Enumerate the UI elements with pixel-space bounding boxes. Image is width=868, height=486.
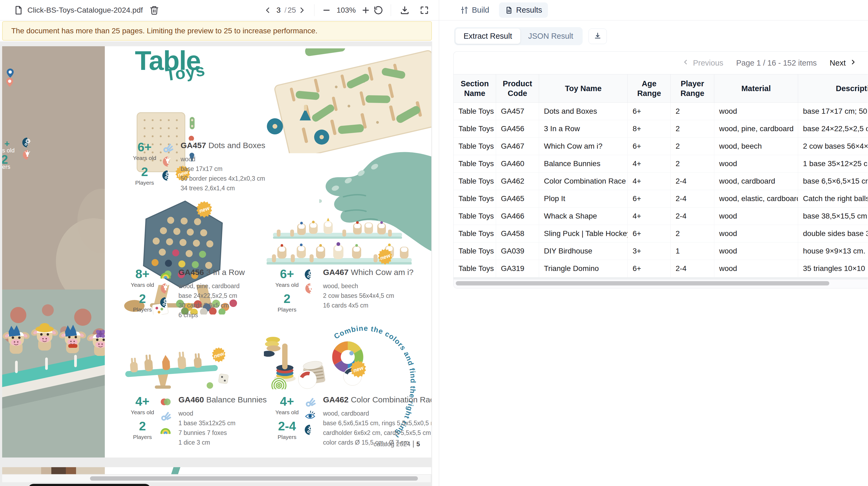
mini-cows-row1 xyxy=(297,218,386,235)
table-cell: 2-4 xyxy=(671,173,714,190)
result-type-switcher: Extract Result JSON Result xyxy=(454,27,583,45)
product-age-label: Years old xyxy=(132,155,157,161)
table-cell: Table Toys xyxy=(454,208,496,225)
product-age-label: Years old xyxy=(274,409,300,416)
pdf-vertical-scroll-gutter[interactable] xyxy=(432,41,439,486)
table-scrollbar-thumb[interactable] xyxy=(456,281,829,285)
product-code: GA462 xyxy=(323,395,348,404)
table-cell: GA465 xyxy=(496,190,539,207)
product-detail-line: wood, cardboard xyxy=(323,408,431,418)
product-code: GA460 xyxy=(179,395,204,404)
gear-head-icon xyxy=(160,297,171,308)
product-name: 3 In a Row xyxy=(206,268,245,277)
product-details: wood, beech2 cow bases 56x4x4,5 cm16 car… xyxy=(323,281,413,310)
product-info: GA457 Dots and Boxes woodbase 17x17 cm50… xyxy=(178,141,265,193)
table-cell: GA457 xyxy=(496,103,539,120)
product-detail-line: 1 base 35x12x25 cm xyxy=(179,418,267,428)
zoom-in-button[interactable] xyxy=(360,4,372,17)
file-icon xyxy=(13,5,24,15)
table-cell: 6+ xyxy=(628,103,671,120)
product-age-label: Years old xyxy=(129,282,155,288)
chevron-right-icon xyxy=(298,6,307,15)
product-detail-line: wood xyxy=(179,408,267,418)
table-cell: 1 xyxy=(671,242,714,260)
table-cell: Table Toys xyxy=(454,173,496,190)
download-pdf-button[interactable] xyxy=(398,3,411,17)
download-results-button[interactable] xyxy=(589,29,607,44)
table-cell: GA458 xyxy=(496,225,539,242)
table-cell: GA467 xyxy=(496,138,539,155)
pdf-scrollbar-thumb[interactable] xyxy=(90,476,418,481)
product-details: woodbase 17x17 cm50 border pieces 4x1,2x… xyxy=(181,154,265,193)
next-page-button[interactable] xyxy=(296,4,308,17)
pegboard-photo xyxy=(265,49,431,153)
tab-extract-result[interactable]: Extract Result xyxy=(456,29,520,44)
table-cell: 2 xyxy=(671,103,714,120)
product-name: Balance Bunnies xyxy=(206,395,267,404)
table-cell: Color Combination Race xyxy=(539,173,628,190)
product-info: GA462 Color Combination Race wood, cardb… xyxy=(320,395,431,447)
table-row: Table ToysGA039DIY Birdhouse3+1woodhouse… xyxy=(454,242,868,260)
table-cell: 4+ xyxy=(628,155,671,172)
results-table-body: Table ToysGA457Dots and Boxes6+2woodbase… xyxy=(454,103,868,277)
bulb-head-icon xyxy=(162,156,173,167)
table-cell: Table Toys xyxy=(454,242,496,260)
table-cell: Table Toys xyxy=(454,225,496,242)
ring-stack xyxy=(264,337,281,357)
product-block: 4+ Years old 2-4 Players GA462 Color Com… xyxy=(274,395,431,447)
table-cell: Dots and Boxes xyxy=(539,103,628,120)
product-age: 4+ xyxy=(274,395,300,407)
table-cell: wood, cardboard xyxy=(714,173,798,190)
bulb-head-icon xyxy=(160,283,171,294)
plus-icon xyxy=(361,6,370,15)
table-cell: Table Toys xyxy=(454,155,496,172)
previous-page-results-button[interactable]: Previous xyxy=(682,58,723,68)
table-cell: 2 xyxy=(671,120,714,138)
gear-head-icon xyxy=(305,424,316,435)
table-cell: 6+ xyxy=(628,138,671,155)
table-footer-gap xyxy=(454,277,868,279)
table-cell: GA466 xyxy=(496,208,539,225)
product-pictograms xyxy=(157,141,178,181)
next-page-results-button[interactable]: Next xyxy=(830,58,857,68)
catalog-footer: catalog 2024 5 xyxy=(374,440,420,448)
pdf-horizontal-scrollbar[interactable] xyxy=(2,475,431,482)
page-separator: / xyxy=(284,6,286,14)
pdf-toolbar: Click-BS-Toys-Catalogue-2024.pdf 3 / 25 xyxy=(0,0,439,21)
next-page-teal-shape xyxy=(171,467,180,474)
rotate-ccw-icon xyxy=(374,5,383,15)
table-cell: 6+ xyxy=(628,190,671,207)
reset-zoom-button[interactable] xyxy=(372,4,385,17)
table-horizontal-scrollbar[interactable] xyxy=(454,279,868,288)
warning-banner: The document has more than 25 pages. Lim… xyxy=(2,21,432,40)
fullscreen-button[interactable] xyxy=(418,4,431,17)
tab-json-result[interactable]: JSON Result xyxy=(520,29,582,44)
table-cell: Table Toys xyxy=(454,260,496,277)
zoom-out-button[interactable] xyxy=(320,4,333,17)
delete-file-button[interactable] xyxy=(148,4,161,17)
table-cell: wood, beech xyxy=(714,138,798,155)
product-pictograms xyxy=(300,395,320,435)
product-pictograms xyxy=(155,268,176,308)
table-cell: Which Cow am i? xyxy=(539,138,628,155)
table-cell: 4+ xyxy=(628,208,671,225)
tab-build-label: Build xyxy=(472,6,489,14)
footer-divider xyxy=(413,441,413,448)
product-block: 6+ Years old 2 Players GA467 Which Cow a… xyxy=(274,268,413,317)
table-cell: Whack a Shape xyxy=(539,208,628,225)
download-icon xyxy=(400,5,410,15)
gear-head-icon xyxy=(22,137,33,148)
ok-hand-icon xyxy=(305,396,316,407)
product-detail-line: wood xyxy=(181,154,265,164)
rainbow-icon xyxy=(160,424,171,435)
product-photo-ga467 xyxy=(265,216,418,267)
tab-build[interactable]: Build xyxy=(454,2,495,18)
tab-results-label: Results xyxy=(516,6,542,14)
product-players-label: Players xyxy=(129,434,155,440)
zoom-level: 103% xyxy=(336,6,356,14)
previous-page-button[interactable] xyxy=(261,4,274,17)
warning-banner-container: The document has more than 25 pages. Lim… xyxy=(0,21,439,41)
tab-results[interactable]: Results xyxy=(499,2,548,18)
table-cell: double sides base 3 xyxy=(798,225,868,242)
table-cell: 6+ xyxy=(628,260,671,277)
